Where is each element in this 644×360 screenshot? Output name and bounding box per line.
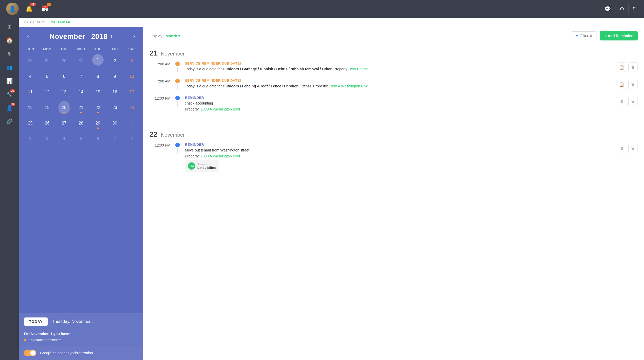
cal-day[interactable]: 21 — [75, 101, 87, 114]
sidebar-item-home[interactable]: 🏠 — [3, 34, 16, 47]
cal-day[interactable]: 4 — [25, 70, 36, 83]
sidebar-item-finance[interactable]: $ — [3, 48, 16, 60]
next-month-btn[interactable]: › — [131, 32, 137, 41]
clipboard-button[interactable]: 📋 — [617, 63, 626, 72]
cal-day[interactable]: 28 — [25, 54, 36, 68]
assignee-title: Assignee — [197, 163, 216, 166]
property-link[interactable]: Two Hearts — [349, 67, 368, 71]
cal-day[interactable]: 17 — [126, 85, 137, 99]
settings-button[interactable]: ⚙ — [617, 144, 626, 153]
cal-day[interactable]: 12 — [42, 85, 53, 99]
cal-day[interactable]: 22 — [92, 101, 104, 114]
calendar-icon: 📅 — [41, 5, 48, 12]
cal-day[interactable]: 3 — [42, 132, 53, 146]
clipboard-button[interactable]: 📋 — [617, 80, 626, 89]
cal-day[interactable]: 5 — [75, 132, 87, 146]
days-header: SUN MON TUE WED THU FRI SAT — [22, 45, 140, 53]
cal-day[interactable]: 10 — [126, 70, 137, 83]
property-link[interactable]: 1000 A Washington Blvd — [201, 154, 240, 158]
cal-day[interactable]: 6 — [92, 132, 104, 146]
sidebar-item-contacts[interactable]: 👤 5 — [3, 102, 16, 114]
cal-day[interactable]: 30 — [109, 116, 120, 130]
calendar-panel: ‹ November 2018 ⇕ › SUN MON TUE WED THU … — [19, 27, 143, 360]
breadcrumb-arrow: › — [47, 20, 48, 24]
cal-day[interactable]: 19 — [42, 101, 53, 114]
cal-day[interactable]: 9 — [109, 70, 120, 83]
cal-day[interactable]: 28 — [75, 116, 87, 130]
property-link[interactable]: 1000 A Washington Blvd — [201, 107, 240, 111]
day-header-mon: MON — [39, 47, 56, 51]
filter-button[interactable]: ▼ Filter 0 — [571, 31, 596, 40]
event-actions: ⚙ 🗑 — [617, 96, 638, 106]
property-link[interactable]: 1000 A Washington Blvd — [329, 84, 368, 88]
cal-day[interactable]: 30 — [58, 54, 70, 68]
cal-day[interactable]: 27 — [58, 116, 70, 130]
day-header-sun: SUN — [22, 47, 39, 51]
for-text: For November, 1 you have: — [24, 332, 138, 336]
cal-day[interactable]: 6 — [58, 70, 70, 83]
day-divider — [150, 122, 638, 122]
settings-icon[interactable]: ⚙ — [620, 6, 624, 12]
cal-day[interactable]: 15 — [92, 85, 104, 99]
cal-day[interactable]: 8 — [126, 132, 137, 146]
display-value-btn[interactable]: Month ▾ — [165, 33, 180, 38]
sidebar-item-tools[interactable]: 🔧 39 — [3, 88, 16, 101]
cal-day[interactable]: 14 — [75, 85, 87, 99]
cal-day[interactable]: 3 — [126, 54, 137, 68]
cal-day[interactable]: 2 — [109, 54, 120, 68]
cal-day[interactable]: 11 — [25, 85, 36, 99]
sidebar-item-people[interactable]: 👥 — [3, 61, 16, 74]
event-time: 12:00 PM — [150, 143, 170, 147]
sort-icon[interactable]: ⇕ — [110, 34, 113, 39]
sidebar-item-grid[interactable]: ⊞ — [3, 21, 16, 33]
cal-day[interactable]: 4 — [58, 132, 70, 146]
cal-day[interactable]: 24 — [126, 101, 137, 114]
filter-count: 0 — [590, 34, 592, 38]
page-content: ‹ November 2018 ⇕ › SUN MON TUE WED THU … — [19, 27, 644, 360]
chat-icon[interactable]: 💬 — [605, 6, 611, 12]
cal-day[interactable]: 26 — [42, 116, 53, 130]
cal-day[interactable]: 5 — [42, 70, 53, 83]
filter-icon: ▼ — [575, 34, 579, 38]
google-sync-toggle[interactable] — [24, 350, 36, 356]
cal-day[interactable]: 7 — [75, 70, 87, 83]
cal-day[interactable]: 18 — [25, 101, 36, 114]
cal-day[interactable]: 16 — [109, 85, 120, 99]
reminder-count: 1 expiration reminders — [28, 338, 62, 342]
delete-button[interactable]: 🗑 — [628, 144, 638, 153]
cal-day[interactable]: 7 — [109, 132, 120, 146]
calendar-badge: 1 — [47, 3, 51, 6]
delete-button[interactable]: 🗑 — [628, 97, 638, 106]
delete-button[interactable]: 🗑 — [628, 80, 638, 89]
event-time: 12:00 PM — [150, 96, 170, 100]
avatar[interactable]: 👤 — [6, 3, 19, 15]
today-button[interactable]: TODAY — [24, 317, 48, 326]
cal-day-today[interactable]: 1 — [92, 54, 104, 66]
cal-day[interactable]: 31 — [75, 54, 87, 68]
logout-icon[interactable]: ⬚ — [633, 6, 638, 12]
event-type-label: SERVICE REMINDER DUE DATE! — [185, 79, 613, 82]
cal-day[interactable]: 13 — [58, 85, 70, 99]
dollar-icon: $ — [8, 51, 11, 57]
sidebar-item-chart[interactable]: 📊 — [3, 75, 16, 87]
event-dot-col — [175, 143, 181, 154]
prev-month-btn[interactable]: ‹ — [25, 32, 31, 41]
settings-button[interactable]: ⚙ — [617, 97, 626, 106]
event-actions: 📋 🗑 — [617, 79, 638, 89]
cal-day-selected[interactable]: 20 — [58, 101, 70, 114]
delete-button[interactable]: 🗑 — [628, 63, 638, 72]
cal-day[interactable]: 8 — [92, 70, 104, 83]
cal-day[interactable]: 29 — [42, 54, 53, 68]
topbar: 👤 🔔 15 📅 1 💬 ⚙ ⬚ — [0, 0, 644, 18]
add-reminder-button[interactable]: + Add Reminder — [600, 31, 638, 40]
notification-btn[interactable]: 🔔 15 — [24, 4, 34, 14]
calendar-btn[interactable]: 📅 1 — [39, 4, 50, 14]
sidebar-item-link[interactable]: 🔗 — [3, 115, 16, 128]
cal-day[interactable]: 2 — [25, 132, 36, 146]
cal-day[interactable]: 29 — [92, 116, 104, 130]
event-type-label: REMINDER — [185, 96, 613, 100]
cal-day[interactable]: 23 — [109, 101, 120, 114]
cal-day[interactable]: 25 — [25, 116, 36, 130]
link-icon: 🔗 — [6, 118, 13, 124]
cal-day[interactable]: 1 — [126, 116, 137, 130]
